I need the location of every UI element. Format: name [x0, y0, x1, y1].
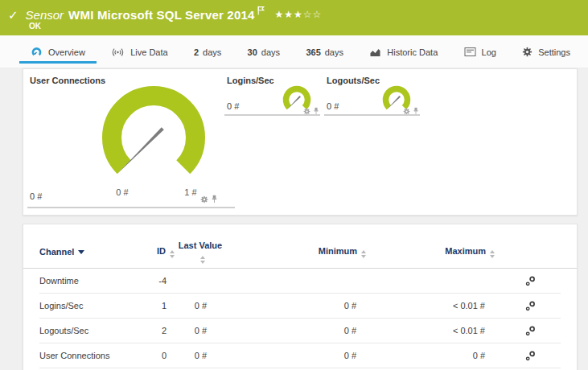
gauge-scale-min: 0 # [106, 187, 138, 197]
priority-flag-icon[interactable] [257, 6, 265, 17]
channel-settings-icon[interactable] [525, 343, 561, 368]
tab-historic-data-label: Historic Data [387, 47, 438, 57]
page-title: WMI Microsoft SQL Server 2014 [68, 8, 254, 22]
tab-settings-label: Settings [538, 47, 570, 57]
logouts-value: 0 # [327, 101, 339, 111]
live-signal-icon [111, 47, 125, 57]
channel-settings-icon[interactable] [525, 269, 561, 293]
tab-historic-data[interactable]: Historic Data [358, 40, 449, 64]
cell-last-value: 0 # [176, 294, 224, 318]
cell-minimum: 0 # [224, 343, 366, 368]
tab-overview-label: Overview [48, 47, 85, 57]
cell-maximum: < 0.01 # [366, 294, 495, 318]
status-check-icon: ✓ [8, 9, 19, 21]
column-header-channel-label: Channel [39, 247, 74, 257]
priority-stars[interactable]: ★★★☆☆ [275, 10, 323, 19]
column-header-last-value[interactable]: Last Value [176, 240, 224, 265]
column-header-id[interactable]: ID [138, 246, 176, 258]
gauge-icon [31, 47, 43, 57]
user-connections-actions [200, 195, 218, 205]
cell-last-value: 0 # [176, 343, 224, 368]
sort-icon [170, 250, 175, 258]
sort-icon [200, 256, 205, 264]
stars-filled[interactable]: ★★★ [275, 9, 303, 20]
cell-maximum: < 0.01 # [366, 319, 495, 343]
gauge-title-user-connections: User Connections [30, 76, 105, 85]
tab-2-days-label: days [203, 47, 221, 57]
tab-30-days-label: days [261, 47, 280, 57]
channels-table-panel: Channel ID Last Value Minimum Maximum Do… [23, 224, 578, 370]
sensor-type-label: Sensor [26, 8, 64, 22]
cell-channel[interactable]: Logins/Sec [39, 294, 138, 318]
sort-caret-icon [78, 250, 84, 254]
cell-id: 0 [138, 343, 176, 368]
gear-icon [522, 47, 532, 57]
gauge-title-logouts: Logouts/Sec [327, 76, 380, 85]
table-header: Channel ID Last Value Minimum Maximum [23, 224, 577, 269]
stars-empty[interactable]: ☆☆ [303, 9, 323, 20]
cell-minimum: 0 # [224, 319, 366, 343]
tab-log-label: Log [482, 47, 496, 57]
tab-settings[interactable]: Settings [511, 39, 582, 64]
user-connections-gauge [102, 86, 205, 176]
user-connections-value: 0 # [30, 191, 42, 201]
strip-underline [224, 114, 320, 116]
status-badge: OK [29, 22, 41, 31]
channel-settings-icon[interactable] [525, 319, 561, 343]
cell-channel[interactable]: Downtime [39, 269, 138, 293]
pin-icon[interactable] [211, 195, 218, 205]
tab-overview[interactable]: Overview [19, 39, 97, 64]
tab-365-days-number: 365 [306, 47, 320, 57]
channel-settings-icon[interactable] [525, 294, 561, 318]
channel-gear-icon[interactable] [200, 195, 208, 205]
column-header-id-label: ID [157, 246, 166, 256]
table-row[interactable]: Logouts/Sec 2 0 # 0 # < 0.01 # [39, 319, 561, 343]
tab-live-data[interactable]: Live Data [100, 40, 179, 64]
tab-2-days-number: 2 [194, 47, 199, 57]
tab-bar: Overview Live Data 2 days 30 days 365 da… [0, 35, 588, 68]
cell-id: 2 [138, 319, 176, 343]
logins-value: 0 # [227, 101, 239, 111]
cell-maximum: 0 # [366, 343, 495, 368]
gauge-title-logins: Logins/Sec [227, 76, 274, 85]
table-row[interactable]: Downtime -4 [39, 269, 561, 294]
tab-2-days[interactable]: 2 days [183, 40, 232, 64]
tab-30-days-number: 30 [248, 47, 257, 57]
tab-30-days[interactable]: 30 days [236, 40, 292, 64]
sort-icon [490, 250, 495, 258]
area-chart-icon [369, 47, 381, 57]
cell-channel[interactable]: Logouts/Sec [39, 319, 138, 343]
log-icon [464, 47, 476, 56]
cell-id: -4 [138, 269, 176, 293]
table-row[interactable]: User Connections 0 0 # 0 # 0 # [39, 343, 561, 368]
cell-channel[interactable]: User Connections [39, 343, 138, 368]
gauges-panel: User Connections 0 # 1 # 0 # Logins/Sec [23, 68, 578, 216]
column-header-last-value-label: Last Value [179, 240, 222, 250]
column-header-maximum[interactable]: Maximum [366, 246, 495, 258]
cell-minimum: 0 # [224, 294, 366, 318]
tab-live-data-label: Live Data [130, 47, 167, 57]
table-row[interactable]: Logins/Sec 1 0 # 0 # < 0.01 # [39, 294, 561, 319]
column-header-maximum-label: Maximum [445, 246, 486, 256]
cell-id: 1 [138, 294, 176, 318]
table-body: Downtime -4 Logins/Sec 1 0 # 0 # < 0.01 … [23, 269, 577, 368]
column-header-minimum-label: Minimum [319, 246, 357, 256]
column-header-minimum[interactable]: Minimum [224, 246, 366, 258]
tab-365-days-label: days [325, 47, 343, 57]
strip-underline [324, 114, 420, 116]
gauge-needle [118, 127, 164, 173]
strip-underline [27, 207, 235, 208]
column-header-channel[interactable]: Channel [39, 247, 138, 257]
tab-365-days[interactable]: 365 days [294, 40, 355, 64]
sensor-header: ✓ Sensor WMI Microsoft SQL Server 2014 ★… [0, 0, 588, 35]
tab-log[interactable]: Log [453, 40, 508, 64]
cell-last-value: 0 # [176, 319, 224, 343]
